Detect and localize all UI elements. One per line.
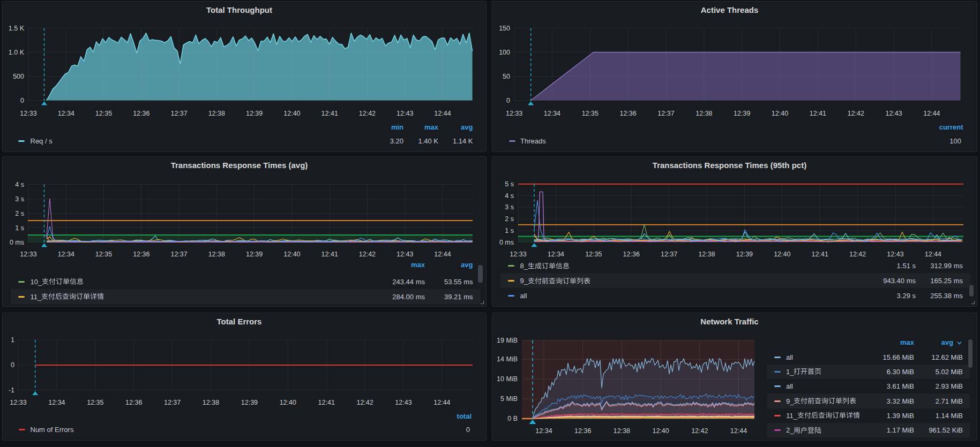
svg-text:12:33: 12:33 bbox=[510, 251, 526, 258]
svg-text:50: 50 bbox=[503, 73, 510, 80]
svg-text:12:38: 12:38 bbox=[614, 427, 630, 435]
svg-text:12:38: 12:38 bbox=[208, 110, 225, 117]
svg-text:0 ms: 0 ms bbox=[499, 239, 514, 246]
svg-text:12:38: 12:38 bbox=[695, 110, 712, 117]
svg-text:12:41: 12:41 bbox=[810, 110, 826, 117]
svg-text:12:40: 12:40 bbox=[652, 427, 669, 435]
svg-text:3 s: 3 s bbox=[15, 195, 24, 203]
svg-text:12:39: 12:39 bbox=[736, 251, 753, 258]
svg-text:12:40: 12:40 bbox=[280, 399, 296, 406]
svg-text:12:40: 12:40 bbox=[774, 251, 790, 258]
svg-text:12:37: 12:37 bbox=[164, 399, 181, 406]
svg-text:1 s: 1 s bbox=[15, 224, 24, 232]
svg-text:1: 1 bbox=[11, 336, 14, 344]
svg-text:12:43: 12:43 bbox=[395, 399, 412, 406]
svg-text:12:35: 12:35 bbox=[95, 251, 112, 258]
svg-text:19 MiB: 19 MiB bbox=[497, 337, 518, 344]
svg-text:12:44: 12:44 bbox=[730, 427, 747, 435]
svg-text:12:40: 12:40 bbox=[772, 110, 788, 117]
svg-text:12:34: 12:34 bbox=[548, 251, 564, 258]
svg-text:12:36: 12:36 bbox=[619, 110, 636, 117]
svg-text:12:39: 12:39 bbox=[241, 399, 258, 406]
svg-text:12:36: 12:36 bbox=[133, 251, 149, 258]
svg-text:12:36: 12:36 bbox=[623, 251, 640, 258]
svg-text:12:41: 12:41 bbox=[318, 399, 335, 406]
svg-text:12:39: 12:39 bbox=[246, 110, 263, 117]
svg-text:12:44: 12:44 bbox=[925, 251, 941, 258]
svg-text:12:33: 12:33 bbox=[20, 251, 36, 258]
svg-text:3 s: 3 s bbox=[505, 203, 514, 211]
svg-text:12:37: 12:37 bbox=[170, 110, 187, 117]
svg-text:12:34: 12:34 bbox=[58, 251, 74, 258]
svg-text:0 ms: 0 ms bbox=[10, 239, 24, 246]
svg-text:12:39: 12:39 bbox=[246, 251, 263, 258]
svg-text:10 MiB: 10 MiB bbox=[497, 375, 518, 383]
svg-text:12:33: 12:33 bbox=[20, 110, 36, 117]
svg-text:12:40: 12:40 bbox=[283, 110, 300, 117]
svg-text:0: 0 bbox=[11, 361, 14, 369]
svg-text:12:43: 12:43 bbox=[397, 110, 413, 117]
svg-text:12:37: 12:37 bbox=[661, 251, 677, 258]
svg-text:12:44: 12:44 bbox=[923, 110, 940, 117]
svg-text:0: 0 bbox=[20, 97, 24, 104]
svg-text:12:42: 12:42 bbox=[356, 399, 373, 406]
svg-text:12:37: 12:37 bbox=[170, 251, 187, 258]
svg-text:12:38: 12:38 bbox=[698, 251, 715, 258]
svg-text:12:33: 12:33 bbox=[506, 110, 522, 117]
svg-text:12:40: 12:40 bbox=[283, 251, 300, 258]
svg-text:12:34: 12:34 bbox=[544, 110, 560, 117]
svg-text:12:42: 12:42 bbox=[848, 110, 864, 117]
svg-text:12:34: 12:34 bbox=[48, 399, 65, 406]
svg-text:12:36: 12:36 bbox=[125, 399, 142, 406]
svg-text:12:39: 12:39 bbox=[734, 110, 750, 117]
svg-text:12:41: 12:41 bbox=[321, 251, 338, 258]
svg-text:12:35: 12:35 bbox=[582, 110, 599, 117]
svg-text:1 s: 1 s bbox=[505, 227, 514, 234]
svg-text:12:42: 12:42 bbox=[359, 251, 376, 258]
svg-text:12:33: 12:33 bbox=[10, 399, 26, 406]
svg-text:12:42: 12:42 bbox=[691, 427, 708, 435]
svg-text:12:34: 12:34 bbox=[58, 110, 74, 117]
svg-text:12:35: 12:35 bbox=[95, 110, 112, 117]
svg-text:12:35: 12:35 bbox=[585, 251, 602, 258]
svg-text:2 s: 2 s bbox=[505, 215, 514, 223]
svg-text:12:44: 12:44 bbox=[434, 110, 451, 117]
svg-text:12:34: 12:34 bbox=[535, 427, 552, 435]
svg-text:12:35: 12:35 bbox=[87, 399, 103, 406]
svg-text:12:36: 12:36 bbox=[133, 110, 149, 117]
svg-text:12:36: 12:36 bbox=[574, 427, 591, 435]
svg-text:12:41: 12:41 bbox=[321, 110, 338, 117]
svg-text:14 MiB: 14 MiB bbox=[497, 355, 518, 363]
svg-text:4 s: 4 s bbox=[505, 192, 514, 200]
svg-text:12:43: 12:43 bbox=[885, 110, 902, 117]
svg-text:12:41: 12:41 bbox=[812, 251, 828, 258]
svg-text:12:38: 12:38 bbox=[208, 251, 225, 258]
svg-text:12:42: 12:42 bbox=[849, 251, 866, 258]
svg-text:12:42: 12:42 bbox=[359, 110, 376, 117]
svg-text:500: 500 bbox=[13, 73, 24, 80]
svg-text:1.5 K: 1.5 K bbox=[9, 25, 25, 32]
svg-text:150: 150 bbox=[499, 25, 510, 32]
svg-text:5 s: 5 s bbox=[505, 180, 514, 188]
svg-text:12:44: 12:44 bbox=[434, 251, 451, 258]
svg-text:5 MiB: 5 MiB bbox=[500, 395, 518, 403]
svg-text:0: 0 bbox=[506, 97, 510, 104]
svg-text:12:37: 12:37 bbox=[657, 110, 674, 117]
svg-text:12:38: 12:38 bbox=[203, 399, 219, 406]
svg-text:4 s: 4 s bbox=[15, 181, 24, 188]
svg-text:12:43: 12:43 bbox=[887, 251, 903, 258]
svg-text:1.0 K: 1.0 K bbox=[9, 49, 25, 56]
svg-text:0 B: 0 B bbox=[507, 415, 518, 422]
svg-text:12:44: 12:44 bbox=[433, 399, 450, 406]
svg-text:-1: -1 bbox=[9, 387, 14, 394]
svg-text:100: 100 bbox=[499, 49, 510, 56]
svg-text:2 s: 2 s bbox=[15, 210, 24, 217]
svg-text:12:43: 12:43 bbox=[397, 251, 413, 258]
